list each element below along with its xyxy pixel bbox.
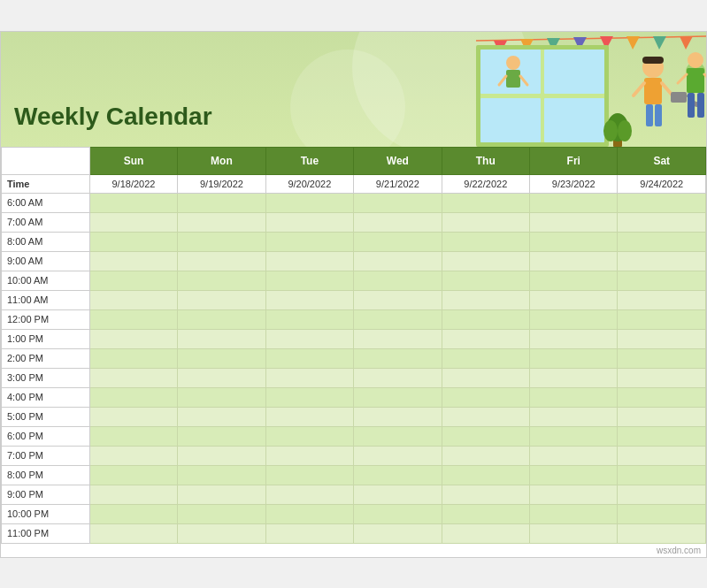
calendar-cell[interactable] (265, 485, 353, 504)
calendar-cell[interactable] (178, 251, 265, 271)
calendar-cell[interactable] (530, 504, 618, 523)
calendar-cell[interactable] (265, 446, 353, 465)
calendar-cell[interactable] (89, 193, 177, 212)
calendar-cell[interactable] (178, 485, 265, 504)
calendar-cell[interactable] (354, 485, 442, 504)
calendar-cell[interactable] (265, 290, 353, 309)
calendar-cell[interactable] (89, 504, 177, 523)
calendar-cell[interactable] (618, 504, 706, 523)
calendar-cell[interactable] (530, 485, 618, 504)
calendar-cell[interactable] (89, 271, 177, 290)
calendar-cell[interactable] (354, 387, 442, 407)
calendar-cell[interactable] (265, 271, 353, 290)
calendar-cell[interactable] (354, 309, 442, 329)
calendar-cell[interactable] (530, 407, 618, 426)
calendar-cell[interactable] (442, 193, 529, 212)
calendar-cell[interactable] (530, 271, 618, 290)
calendar-cell[interactable] (442, 523, 529, 543)
calendar-cell[interactable] (618, 193, 706, 212)
calendar-cell[interactable] (442, 348, 529, 368)
calendar-cell[interactable] (178, 212, 265, 232)
calendar-cell[interactable] (442, 368, 529, 387)
calendar-cell[interactable] (618, 407, 706, 426)
calendar-cell[interactable] (178, 290, 265, 309)
calendar-cell[interactable] (618, 271, 706, 290)
calendar-cell[interactable] (265, 212, 353, 232)
calendar-cell[interactable] (618, 523, 706, 543)
calendar-cell[interactable] (530, 348, 618, 368)
calendar-cell[interactable] (354, 504, 442, 523)
calendar-cell[interactable] (265, 407, 353, 426)
calendar-cell[interactable] (442, 232, 529, 251)
calendar-cell[interactable] (89, 251, 177, 271)
calendar-cell[interactable] (265, 251, 353, 271)
calendar-cell[interactable] (530, 193, 618, 212)
calendar-cell[interactable] (354, 193, 442, 212)
calendar-cell[interactable] (354, 426, 442, 446)
calendar-cell[interactable] (442, 504, 529, 523)
calendar-cell[interactable] (265, 193, 353, 212)
calendar-cell[interactable] (178, 504, 265, 523)
calendar-cell[interactable] (178, 271, 265, 290)
calendar-cell[interactable] (530, 212, 618, 232)
calendar-cell[interactable] (354, 271, 442, 290)
calendar-cell[interactable] (265, 387, 353, 407)
calendar-cell[interactable] (530, 426, 618, 446)
calendar-cell[interactable] (354, 290, 442, 309)
calendar-cell[interactable] (265, 465, 353, 485)
calendar-cell[interactable] (178, 309, 265, 329)
calendar-cell[interactable] (89, 309, 177, 329)
calendar-cell[interactable] (442, 309, 529, 329)
calendar-cell[interactable] (618, 290, 706, 309)
calendar-cell[interactable] (89, 329, 177, 348)
calendar-cell[interactable] (442, 426, 529, 446)
calendar-cell[interactable] (354, 212, 442, 232)
calendar-cell[interactable] (178, 348, 265, 368)
calendar-cell[interactable] (354, 251, 442, 271)
calendar-cell[interactable] (89, 232, 177, 251)
calendar-cell[interactable] (354, 329, 442, 348)
calendar-cell[interactable] (530, 251, 618, 271)
calendar-cell[interactable] (89, 407, 177, 426)
calendar-cell[interactable] (265, 368, 353, 387)
calendar-cell[interactable] (265, 348, 353, 368)
calendar-cell[interactable] (618, 309, 706, 329)
calendar-cell[interactable] (265, 309, 353, 329)
calendar-cell[interactable] (265, 232, 353, 251)
calendar-cell[interactable] (618, 465, 706, 485)
calendar-cell[interactable] (354, 407, 442, 426)
calendar-cell[interactable] (178, 329, 265, 348)
calendar-cell[interactable] (618, 446, 706, 465)
calendar-cell[interactable] (618, 387, 706, 407)
calendar-cell[interactable] (618, 426, 706, 446)
calendar-cell[interactable] (178, 387, 265, 407)
calendar-cell[interactable] (530, 290, 618, 309)
calendar-cell[interactable] (530, 368, 618, 387)
calendar-cell[interactable] (442, 446, 529, 465)
calendar-cell[interactable] (618, 348, 706, 368)
calendar-cell[interactable] (442, 407, 529, 426)
calendar-cell[interactable] (265, 504, 353, 523)
calendar-cell[interactable] (265, 523, 353, 543)
calendar-cell[interactable] (178, 523, 265, 543)
calendar-cell[interactable] (265, 329, 353, 348)
calendar-cell[interactable] (354, 446, 442, 465)
calendar-cell[interactable] (442, 485, 529, 504)
calendar-cell[interactable] (89, 290, 177, 309)
calendar-cell[interactable] (442, 465, 529, 485)
calendar-cell[interactable] (89, 368, 177, 387)
calendar-cell[interactable] (354, 348, 442, 368)
calendar-cell[interactable] (89, 523, 177, 543)
calendar-cell[interactable] (89, 446, 177, 465)
calendar-cell[interactable] (618, 212, 706, 232)
calendar-cell[interactable] (178, 232, 265, 251)
calendar-cell[interactable] (530, 329, 618, 348)
calendar-cell[interactable] (89, 485, 177, 504)
calendar-cell[interactable] (442, 387, 529, 407)
calendar-cell[interactable] (442, 290, 529, 309)
calendar-cell[interactable] (89, 212, 177, 232)
calendar-cell[interactable] (442, 212, 529, 232)
calendar-cell[interactable] (618, 329, 706, 348)
calendar-cell[interactable] (618, 251, 706, 271)
calendar-cell[interactable] (354, 368, 442, 387)
